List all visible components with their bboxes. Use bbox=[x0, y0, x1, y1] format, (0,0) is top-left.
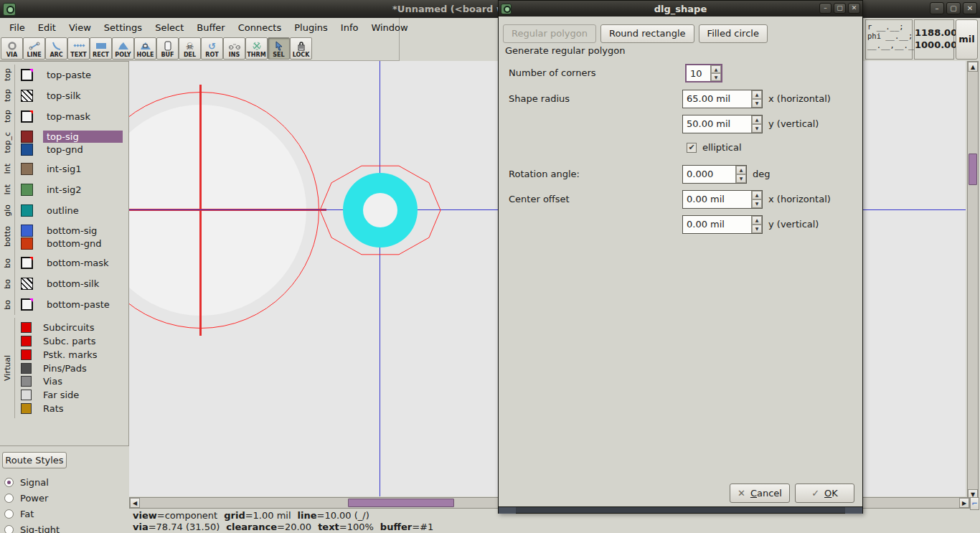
close-button[interactable]: ✕ bbox=[963, 2, 977, 14]
tool-rot-button[interactable]: ↺ROT bbox=[201, 37, 223, 60]
virtual-row-subcircuits[interactable]: Subcircuits bbox=[15, 321, 128, 334]
layer-row-outline[interactable]: outline bbox=[15, 203, 128, 218]
dialog-minimize-button[interactable]: – bbox=[819, 3, 831, 14]
layer-swatch[interactable] bbox=[21, 163, 33, 175]
maximize-button[interactable]: ▢ bbox=[946, 2, 961, 14]
scroll-right-icon[interactable]: ▶ bbox=[959, 498, 969, 508]
vertical-scrollbar[interactable]: ▲ ▼ bbox=[967, 61, 979, 500]
radio-icon[interactable] bbox=[4, 478, 14, 487]
virtual-swatch[interactable] bbox=[21, 349, 32, 360]
virtual-name[interactable]: Pstk. marks bbox=[43, 349, 98, 360]
menu-buffer[interactable]: Buffer bbox=[190, 20, 231, 35]
layer-name[interactable]: top-paste bbox=[43, 69, 95, 81]
tool-text-button[interactable]: TEXT bbox=[67, 37, 90, 60]
virtual-swatch[interactable] bbox=[21, 376, 32, 387]
virtual-swatch[interactable] bbox=[21, 403, 32, 414]
layer-swatch[interactable] bbox=[21, 204, 33, 217]
layer-row-bottom-mask[interactable]: bottom-mask bbox=[15, 255, 128, 270]
offset-y-spinbox[interactable]: 0.00 mil ▲▼ bbox=[682, 215, 763, 234]
tool-lock-button[interactable]: LOCK bbox=[290, 37, 312, 60]
menu-edit[interactable]: Edit bbox=[32, 20, 62, 35]
tab-round-rectangle[interactable]: Round rectangle bbox=[600, 24, 694, 43]
layer-name[interactable]: bottom-paste bbox=[43, 298, 113, 311]
layer-name[interactable]: int-sig1 bbox=[43, 163, 85, 175]
layer-name[interactable]: outline bbox=[43, 204, 83, 217]
layer-row-top-mask[interactable]: top-mask bbox=[15, 109, 128, 124]
dialog-maximize-button[interactable]: ▢ bbox=[834, 3, 846, 14]
spinner-arrows-icon[interactable]: ▲▼ bbox=[751, 191, 762, 208]
virtual-row-far-side[interactable]: Far side bbox=[15, 388, 128, 402]
layer-row-bottom-sig[interactable]: bottom-sig bbox=[15, 224, 128, 237]
virtual-name[interactable]: Far side bbox=[43, 390, 79, 400]
tool-thrm-button[interactable]: THRM bbox=[245, 37, 268, 60]
layer-swatch[interactable] bbox=[21, 131, 33, 143]
menu-window[interactable]: Window bbox=[364, 20, 414, 35]
layer-row-top-silk[interactable]: top-silk bbox=[15, 88, 128, 103]
spinner-arrows-icon[interactable]: ▲▼ bbox=[751, 115, 762, 133]
tool-line-button[interactable]: LINE bbox=[23, 37, 45, 60]
radio-icon[interactable] bbox=[4, 525, 14, 533]
layer-swatch[interactable] bbox=[21, 257, 33, 269]
layer-name[interactable]: top-gnd bbox=[43, 143, 87, 156]
virtual-swatch[interactable] bbox=[21, 363, 32, 374]
tool-poly-button[interactable]: POLY bbox=[112, 37, 134, 60]
layer-row-bottom-gnd[interactable]: bottom-gnd bbox=[15, 237, 128, 250]
radio-icon[interactable] bbox=[4, 509, 14, 519]
virtual-name[interactable]: Vias bbox=[43, 376, 62, 387]
menu-info[interactable]: Info bbox=[334, 20, 365, 35]
menu-file[interactable]: File bbox=[3, 20, 32, 35]
fullscreen-corner-icon[interactable]: ⌐ bbox=[970, 497, 979, 510]
menu-select[interactable]: Select bbox=[149, 20, 190, 35]
route-style-fat[interactable]: Fat bbox=[4, 506, 60, 522]
tool-sel-button[interactable]: SEL bbox=[268, 37, 290, 60]
scroll-left-icon[interactable]: ◀ bbox=[130, 498, 140, 508]
virtual-row-vias[interactable]: Vias bbox=[15, 374, 128, 388]
layer-row-int-sig2[interactable]: int-sig2 bbox=[15, 182, 128, 197]
unit-button[interactable]: mil bbox=[956, 19, 978, 60]
horizontal-scroll-thumb[interactable] bbox=[348, 499, 454, 507]
offset-x-spinbox[interactable]: 0.00 mil ▲▼ bbox=[682, 190, 763, 209]
layer-swatch[interactable] bbox=[21, 90, 33, 102]
layer-row-top-gnd[interactable]: top-gnd bbox=[15, 143, 128, 156]
layer-swatch[interactable] bbox=[21, 225, 33, 237]
layer-row-top-sig[interactable]: top-sig bbox=[15, 130, 128, 143]
virtual-name[interactable]: Subc. parts bbox=[43, 336, 96, 346]
tool-rect-button[interactable]: RECT bbox=[90, 37, 112, 60]
elliptical-checkbox[interactable]: ✔ bbox=[687, 143, 697, 153]
rotation-spinbox[interactable]: 0.000 ▲▼ bbox=[682, 165, 747, 184]
scroll-up-icon[interactable]: ▲ bbox=[968, 62, 978, 72]
tool-hole-button[interactable]: HOLE bbox=[134, 37, 156, 60]
menu-connects[interactable]: Connects bbox=[232, 20, 288, 35]
layer-swatch[interactable] bbox=[21, 278, 33, 290]
virtual-name[interactable]: Subcircuits bbox=[43, 322, 94, 333]
layer-row-bottom-paste[interactable]: bottom-paste bbox=[15, 297, 128, 312]
spinner-arrows-icon[interactable]: ▲▼ bbox=[751, 216, 762, 233]
layer-name[interactable]: int-sig2 bbox=[43, 184, 85, 196]
dialog-resize-bar[interactable] bbox=[499, 506, 862, 513]
radius-y-spinbox[interactable]: 50.00 mil ▲▼ bbox=[682, 115, 763, 133]
virtual-row-pins-pads[interactable]: Pins/Pads bbox=[15, 362, 128, 375]
menu-plugins[interactable]: Plugins bbox=[288, 20, 334, 35]
corners-spinbox[interactable]: 10 ▲▼ bbox=[685, 64, 722, 82]
tab-filled-circle[interactable]: Filled circle bbox=[699, 24, 768, 43]
layer-name[interactable]: bottom-silk bbox=[43, 278, 103, 290]
spinner-arrows-icon[interactable]: ▲▼ bbox=[735, 166, 746, 183]
spinner-arrows-icon[interactable]: ▲▼ bbox=[710, 65, 721, 81]
layer-swatch[interactable] bbox=[21, 184, 33, 196]
menu-settings[interactable]: Settings bbox=[98, 20, 149, 35]
menu-view[interactable]: View bbox=[62, 20, 98, 35]
layer-name[interactable]: bottom-sig bbox=[43, 225, 100, 237]
tool-via-button[interactable]: VIA bbox=[1, 37, 23, 60]
spinner-arrows-icon[interactable]: ▲▼ bbox=[751, 90, 762, 108]
radio-icon[interactable] bbox=[4, 494, 14, 503]
virtual-name[interactable]: Pins/Pads bbox=[43, 363, 87, 374]
tool-del-button[interactable]: ☠DEL bbox=[179, 37, 201, 60]
layer-row-int-sig1[interactable]: int-sig1 bbox=[15, 161, 128, 176]
virtual-row-rats[interactable]: Rats bbox=[15, 402, 128, 415]
virtual-row-pstk--marks[interactable]: Pstk. marks bbox=[15, 348, 128, 362]
tool-buf-button[interactable]: BUF bbox=[156, 37, 179, 60]
route-style-sig-tight[interactable]: Sig-tight bbox=[4, 522, 60, 533]
layer-swatch[interactable] bbox=[21, 110, 33, 123]
cancel-button[interactable]: ✕ Cancel bbox=[730, 484, 790, 503]
tool-ins-button[interactable]: INS bbox=[223, 37, 245, 60]
